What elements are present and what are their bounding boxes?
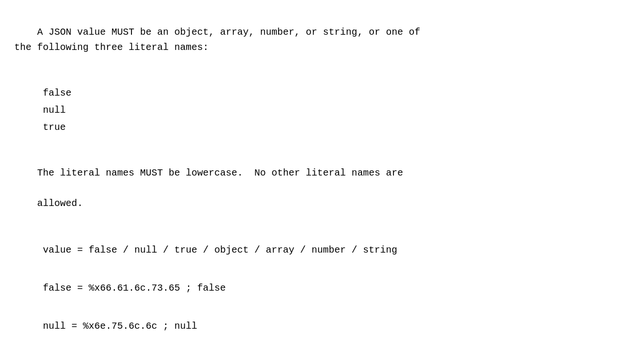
literal-names-list: false null true	[43, 85, 630, 136]
list-item-true: true	[43, 119, 630, 136]
paragraph-1: A JSON value MUST be an object, array, n…	[14, 10, 630, 70]
grammar-rule-false: false = %x66.61.6c.73.65 ; false	[43, 279, 630, 298]
grammar-rule-value: value = false / null / true / object / a…	[43, 241, 630, 260]
list-item-null: null	[43, 102, 630, 119]
grammar-rule-null: null = %x6e.75.6c.6c ; null	[43, 317, 630, 336]
paragraph-2-line2: allowed.	[37, 198, 83, 209]
paragraph-2-line1: The literal names MUST be lowercase. No …	[37, 167, 403, 178]
list-item-false: false	[43, 85, 630, 102]
paragraph-1-text: A JSON value MUST be an object, array, n…	[14, 27, 420, 53]
main-content: A JSON value MUST be an object, array, n…	[14, 10, 630, 343]
grammar-rules: value = false / null / true / object / a…	[43, 241, 630, 343]
paragraph-2: The literal names MUST be lowercase. No …	[14, 150, 630, 226]
